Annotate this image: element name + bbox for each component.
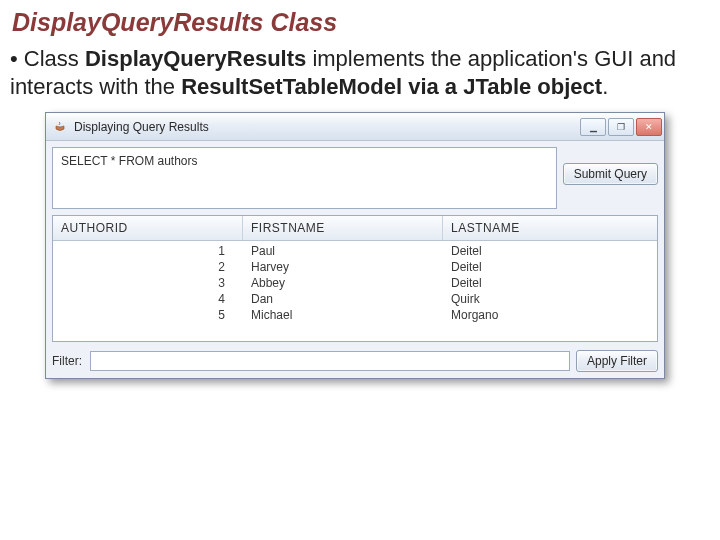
cell-firstname: Paul: [243, 243, 443, 259]
window-title: Displaying Query Results: [74, 120, 580, 134]
bullet-text-end: .: [602, 74, 608, 99]
window-controls: ▁ ❐ ✕: [580, 118, 662, 136]
bullet-dot: •: [10, 45, 18, 73]
filter-input[interactable]: [90, 351, 570, 371]
filter-label: Filter:: [52, 354, 84, 368]
minimize-button[interactable]: ▁: [580, 118, 606, 136]
slide-title: DisplayQueryResults Class: [0, 0, 720, 41]
bullet-text-bold1: DisplayQueryResults: [85, 46, 306, 71]
cell-lastname: Deitel: [443, 275, 657, 291]
cell-authorid: 2: [53, 259, 243, 275]
slide-bullet: • Class DisplayQueryResults implements t…: [0, 41, 720, 112]
query-textarea[interactable]: SELECT * FROM authors: [52, 147, 557, 209]
cell-lastname: Deitel: [443, 243, 657, 259]
table-row[interactable]: 2 Harvey Deitel: [53, 259, 657, 275]
app-window: Displaying Query Results ▁ ❐ ✕ SELECT * …: [45, 112, 665, 379]
submit-wrap: Submit Query: [563, 147, 658, 185]
submit-query-button[interactable]: Submit Query: [563, 163, 658, 185]
titlebar[interactable]: Displaying Query Results ▁ ❐ ✕: [46, 113, 664, 141]
table-header: AUTHORID FIRSTNAME LASTNAME: [53, 216, 657, 241]
cell-firstname: Harvey: [243, 259, 443, 275]
java-cup-icon: [52, 119, 68, 135]
table-row[interactable]: 3 Abbey Deitel: [53, 275, 657, 291]
close-button[interactable]: ✕: [636, 118, 662, 136]
table-row[interactable]: 1 Paul Deitel: [53, 243, 657, 259]
table-body: 1 Paul Deitel 2 Harvey Deitel 3 Abbey De…: [53, 241, 657, 341]
results-table: AUTHORID FIRSTNAME LASTNAME 1 Paul Deite…: [52, 215, 658, 342]
cell-lastname: Morgano: [443, 307, 657, 323]
column-header-authorid[interactable]: AUTHORID: [53, 216, 243, 240]
cell-authorid: 5: [53, 307, 243, 323]
filter-row: Filter: Apply Filter: [46, 346, 664, 378]
apply-filter-button[interactable]: Apply Filter: [576, 350, 658, 372]
cell-authorid: 3: [53, 275, 243, 291]
cell-lastname: Quirk: [443, 291, 657, 307]
column-header-lastname[interactable]: LASTNAME: [443, 216, 657, 240]
cell-firstname: Michael: [243, 307, 443, 323]
table-row[interactable]: 5 Michael Morgano: [53, 307, 657, 323]
cell-firstname: Dan: [243, 291, 443, 307]
query-row: SELECT * FROM authors Submit Query: [46, 141, 664, 211]
client-area: SELECT * FROM authors Submit Query AUTHO…: [46, 141, 664, 378]
maximize-button[interactable]: ❐: [608, 118, 634, 136]
cell-authorid: 4: [53, 291, 243, 307]
bullet-text-bold2: ResultSetTableModel via a JTable object: [181, 74, 602, 99]
table-row[interactable]: 4 Dan Quirk: [53, 291, 657, 307]
cell-firstname: Abbey: [243, 275, 443, 291]
cell-lastname: Deitel: [443, 259, 657, 275]
cell-authorid: 1: [53, 243, 243, 259]
bullet-text-prefix: Class: [24, 46, 85, 71]
column-header-firstname[interactable]: FIRSTNAME: [243, 216, 443, 240]
